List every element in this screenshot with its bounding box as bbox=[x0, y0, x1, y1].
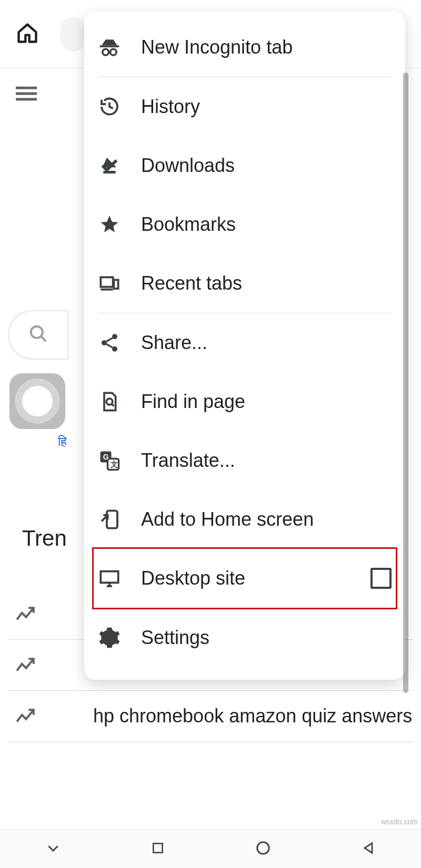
menu-label: Translate... bbox=[141, 450, 235, 472]
menu-label: Settings bbox=[141, 627, 209, 649]
svg-rect-11 bbox=[114, 280, 118, 289]
menu-item-add-home[interactable]: Add to Home screen bbox=[94, 490, 396, 549]
trending-item[interactable]: hp chromebook amazon quiz answers bbox=[8, 691, 413, 742]
menu-item-find[interactable]: Find in page bbox=[94, 372, 396, 431]
menu-label: Desktop site bbox=[141, 567, 245, 589]
svg-point-14 bbox=[112, 346, 117, 352]
menu-label: History bbox=[141, 96, 200, 118]
home-icon[interactable] bbox=[16, 22, 39, 47]
menu-label: New Incognito tab bbox=[141, 36, 293, 58]
app-shortcut[interactable] bbox=[9, 373, 65, 429]
svg-rect-5 bbox=[100, 45, 119, 47]
search-box[interactable] bbox=[8, 310, 68, 360]
svg-text:G: G bbox=[103, 453, 109, 461]
menu-label: Add to Home screen bbox=[141, 508, 314, 530]
svg-point-6 bbox=[103, 49, 109, 55]
svg-rect-1 bbox=[16, 93, 37, 95]
svg-marker-29 bbox=[365, 843, 372, 853]
trending-header: Tren bbox=[22, 526, 67, 551]
svg-point-12 bbox=[112, 334, 117, 339]
nav-home-icon[interactable] bbox=[255, 840, 271, 858]
address-bar[interactable] bbox=[60, 17, 86, 52]
menu-item-downloads[interactable]: Downloads bbox=[94, 136, 396, 195]
history-icon bbox=[98, 95, 121, 118]
svg-text:文: 文 bbox=[110, 460, 118, 468]
trending-icon bbox=[15, 707, 35, 729]
search-icon bbox=[28, 324, 48, 346]
svg-rect-24 bbox=[101, 571, 118, 583]
watermark: wsxdn.com bbox=[381, 818, 418, 826]
share-icon bbox=[98, 331, 121, 354]
trending-text: hp chromebook amazon quiz answers bbox=[93, 703, 412, 729]
svg-rect-27 bbox=[154, 843, 163, 852]
language-link[interactable]: हि bbox=[58, 434, 67, 449]
menu-item-incognito[interactable]: New Incognito tab bbox=[94, 18, 396, 77]
svg-point-28 bbox=[257, 842, 269, 854]
bookmarks-icon bbox=[98, 213, 121, 236]
menu-label: Find in page bbox=[141, 391, 245, 413]
incognito-icon bbox=[98, 36, 121, 59]
menu-item-recent-tabs[interactable]: Recent tabs bbox=[94, 254, 396, 313]
menu-label: Bookmarks bbox=[141, 213, 236, 236]
find-in-page-icon bbox=[98, 390, 121, 413]
nav-back-icon[interactable] bbox=[361, 841, 376, 857]
recent-tabs-icon bbox=[98, 272, 121, 295]
menu-item-bookmarks[interactable]: Bookmarks bbox=[94, 195, 396, 254]
menu-label: Share... bbox=[141, 332, 207, 354]
svg-point-7 bbox=[110, 49, 116, 55]
menu-item-settings[interactable]: Settings bbox=[94, 608, 396, 667]
svg-line-18 bbox=[112, 404, 114, 406]
translate-icon: G文 bbox=[98, 449, 121, 472]
app-shortcut-inner bbox=[22, 386, 53, 416]
menu-item-desktop-site[interactable]: Desktop site bbox=[94, 549, 396, 608]
svg-rect-0 bbox=[16, 87, 37, 89]
hamburger-icon[interactable] bbox=[16, 83, 37, 106]
system-nav-bar bbox=[0, 829, 421, 868]
svg-point-3 bbox=[31, 326, 42, 338]
desktop-icon bbox=[98, 567, 121, 590]
svg-line-4 bbox=[41, 336, 46, 342]
menu-scrollbar[interactable] bbox=[403, 73, 408, 693]
nav-chevron-down-icon[interactable] bbox=[45, 840, 61, 858]
menu-item-history[interactable]: History bbox=[94, 77, 396, 136]
trending-icon bbox=[15, 656, 35, 678]
menu-label: Recent tabs bbox=[141, 272, 242, 294]
settings-icon bbox=[98, 626, 121, 649]
svg-rect-9 bbox=[101, 277, 113, 287]
svg-point-17 bbox=[106, 399, 113, 405]
svg-line-16 bbox=[106, 344, 113, 348]
menu-item-translate[interactable]: G文 Translate... bbox=[94, 431, 396, 490]
nav-recents-icon[interactable] bbox=[151, 841, 165, 857]
menu-item-share[interactable]: Share... bbox=[94, 313, 396, 372]
trending-icon bbox=[15, 605, 35, 627]
browser-overflow-menu: New Incognito tab History Downloads Book… bbox=[84, 12, 405, 680]
svg-point-13 bbox=[102, 340, 107, 345]
svg-line-15 bbox=[106, 338, 113, 342]
desktop-site-checkbox[interactable] bbox=[370, 568, 392, 589]
menu-label: Downloads bbox=[141, 155, 235, 177]
downloads-icon bbox=[98, 154, 121, 177]
svg-rect-2 bbox=[16, 98, 37, 100]
add-to-home-icon bbox=[98, 508, 121, 531]
